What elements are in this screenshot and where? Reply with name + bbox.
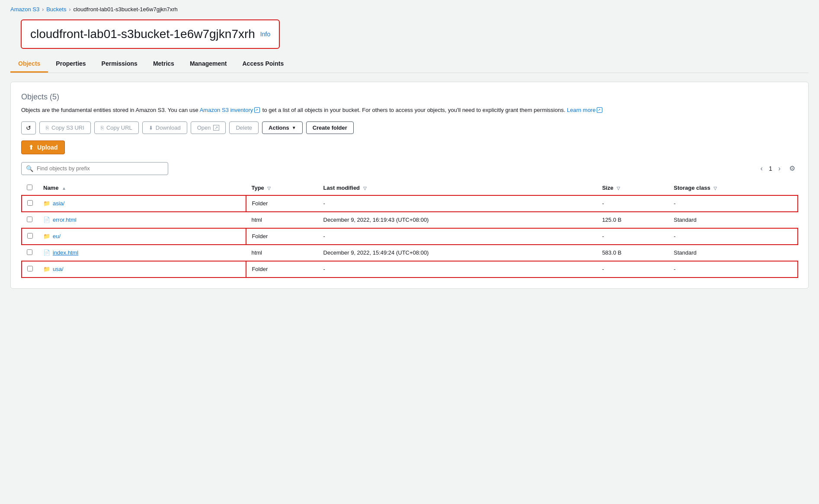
open-label: Open (197, 124, 211, 131)
th-name: Name ▲ (38, 181, 246, 195)
row-type-4: Folder (246, 261, 318, 278)
table-row: 📄index.htmlhtmlDecember 9, 2022, 15:49:2… (22, 245, 798, 261)
row-checkbox-4[interactable] (27, 266, 33, 271)
file-icon: 📄 (43, 217, 50, 223)
file-link-0[interactable]: asia/ (53, 200, 64, 207)
row-storage-class-4: - (669, 261, 798, 278)
th-size: Size ▽ (597, 181, 669, 195)
breadcrumb: Amazon S3 › Buckets › cloudfront-lab01-s… (0, 0, 819, 16)
search-row: 🔍 ‹ 1 › ⚙ (21, 162, 798, 175)
copy-url-icon: ⎘ (101, 125, 104, 131)
copy-url-label: Copy URL (106, 124, 132, 131)
objects-description: Objects are the fundamental entities sto… (21, 106, 798, 115)
pagination-next-button[interactable]: › (776, 164, 783, 173)
objects-table: Name ▲ Type ▽ Last modified ▽ Size ▽ Sto… (21, 181, 798, 278)
row-checkbox-2[interactable] (27, 233, 33, 239)
copy-s3-uri-button[interactable]: ⎘ Copy S3 URI (39, 121, 91, 134)
th-storage-class: Storage class ▽ (669, 181, 798, 195)
create-folder-button[interactable]: Create folder (306, 121, 354, 134)
refresh-icon: ↺ (26, 124, 31, 131)
search-icon: 🔍 (26, 165, 33, 172)
tab-permissions[interactable]: Permissions (94, 56, 145, 73)
tab-objects[interactable]: Objects (10, 56, 48, 73)
file-link-1[interactable]: error.html (53, 217, 77, 223)
info-link[interactable]: Info (260, 31, 270, 38)
settings-button[interactable]: ⚙ (787, 163, 798, 173)
th-last-modified: Last modified ▽ (318, 181, 597, 195)
table-row: 📁usa/Folder--- (22, 261, 798, 278)
upload-row: ⬆ Upload (21, 140, 798, 154)
actions-button[interactable]: Actions ▼ (262, 121, 303, 134)
tabs-bar: Objects Properties Permissions Metrics M… (10, 56, 809, 73)
breadcrumb-current: cloudfront-lab01-s3bucket-1e6w7gjkn7xrh (73, 6, 177, 13)
delete-button[interactable]: Delete (229, 121, 259, 134)
breadcrumb-buckets[interactable]: Buckets (46, 6, 66, 13)
tab-management[interactable]: Management (182, 56, 235, 73)
search-input[interactable] (37, 165, 163, 172)
row-last-modified-4: - (318, 261, 597, 278)
row-type-2: Folder (246, 228, 318, 245)
size-sort-icon: ▽ (617, 186, 620, 191)
learn-more-link[interactable]: Learn more (567, 107, 595, 113)
file-link-2[interactable]: eu/ (53, 233, 61, 239)
open-button[interactable]: Open ↗ (191, 121, 226, 134)
row-checkbox-1[interactable] (27, 217, 32, 222)
file-link-4[interactable]: usa/ (53, 266, 64, 272)
inventory-ext-icon: ↗ (254, 107, 260, 113)
download-icon: ⬇ (149, 125, 153, 131)
row-storage-class-2: - (669, 228, 798, 245)
breadcrumb-sep-1: › (42, 6, 44, 13)
select-all-checkbox[interactable] (27, 185, 32, 190)
row-size-1: 125.0 B (597, 212, 669, 228)
row-last-modified-1: December 9, 2022, 16:19:43 (UTC+08:00) (318, 212, 597, 228)
tab-properties[interactable]: Properties (48, 56, 93, 73)
delete-label: Delete (236, 124, 252, 131)
page-title-box: cloudfront-lab01-s3bucket-1e6w7gjkn7xrh … (21, 19, 280, 49)
breadcrumb-sep-2: › (69, 6, 70, 13)
row-size-4: - (597, 261, 669, 278)
table-header-row: Name ▲ Type ▽ Last modified ▽ Size ▽ Sto… (22, 181, 798, 195)
main-content: Objects (5) Objects are the fundamental … (10, 82, 809, 289)
download-button[interactable]: ⬇ Download (142, 121, 187, 134)
page-title: cloudfront-lab01-s3bucket-1e6w7gjkn7xrh (30, 27, 255, 41)
upload-label: Upload (37, 144, 58, 151)
copy-url-button[interactable]: ⎘ Copy URL (94, 121, 139, 134)
row-size-2: - (597, 228, 669, 245)
section-title: Objects (5) (21, 93, 798, 102)
open-ext-icon: ↗ (213, 125, 219, 131)
actions-chevron-icon: ▼ (292, 125, 296, 130)
storage-class-sort-icon: ▽ (713, 186, 717, 191)
actions-label: Actions (269, 124, 289, 131)
create-folder-label: Create folder (313, 124, 347, 131)
last-modified-sort-icon: ▽ (363, 186, 367, 191)
pagination-controls: ‹ 1 › ⚙ (758, 163, 798, 173)
pagination-prev-button[interactable]: ‹ (758, 164, 765, 173)
row-type-0: Folder (246, 195, 318, 212)
upload-icon: ⬆ (29, 144, 34, 151)
row-size-0: - (597, 195, 669, 212)
file-link-3[interactable]: index.html (53, 249, 78, 256)
th-type: Type ▽ (246, 181, 318, 195)
download-label: Download (156, 124, 181, 131)
table-row: 📁eu/Folder--- (22, 228, 798, 245)
row-storage-class-0: - (669, 195, 798, 212)
row-storage-class-3: Standard (669, 245, 798, 261)
refresh-button[interactable]: ↺ (21, 121, 36, 134)
file-icon: 📄 (43, 249, 50, 256)
learn-more-ext-icon: ↗ (597, 107, 602, 113)
inventory-link[interactable]: Amazon S3 inventory (200, 107, 253, 113)
breadcrumb-amazon-s3[interactable]: Amazon S3 (10, 6, 39, 13)
row-checkbox-0[interactable] (27, 200, 33, 206)
tab-metrics[interactable]: Metrics (145, 56, 182, 73)
folder-icon: 📁 (43, 233, 50, 239)
search-box: 🔍 (21, 162, 168, 175)
row-size-3: 583.0 B (597, 245, 669, 261)
upload-button[interactable]: ⬆ Upload (21, 140, 65, 154)
tab-access-points[interactable]: Access Points (234, 56, 291, 73)
row-type-3: html (246, 245, 318, 261)
row-checkbox-3[interactable] (27, 249, 32, 255)
row-last-modified-2: - (318, 228, 597, 245)
pagination-current-page: 1 (769, 165, 772, 172)
toolbar: ↺ ⎘ Copy S3 URI ⎘ Copy URL ⬇ Download Op… (21, 121, 798, 134)
folder-icon: 📁 (43, 266, 50, 272)
